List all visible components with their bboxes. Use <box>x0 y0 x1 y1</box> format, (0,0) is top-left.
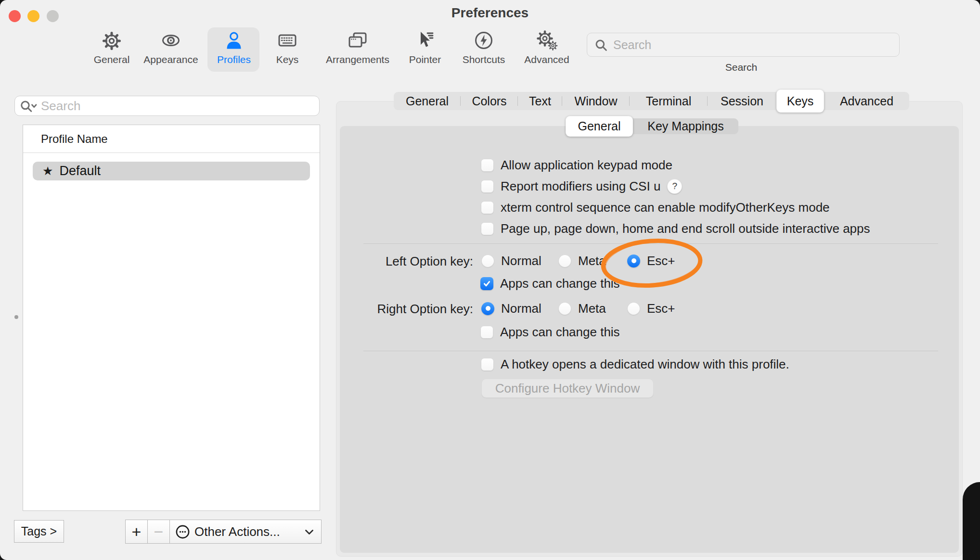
radio-left-meta: Meta <box>558 252 606 269</box>
checkbox-page-scroll[interactable] <box>481 222 494 235</box>
checkbox-row-modifyotherkeys: xterm control sequence can enable modify… <box>481 199 830 216</box>
checkbox-row-csi-u: Report modifiers using CSI u ? <box>481 178 682 195</box>
toolbar-item-label: Keys <box>276 54 299 65</box>
search-icon <box>595 39 607 51</box>
default-star-icon: ★ <box>42 165 53 177</box>
radio-button[interactable] <box>481 302 494 315</box>
other-actions-dropdown[interactable]: Other Actions... <box>169 520 322 544</box>
tags-button[interactable]: Tags > <box>14 520 64 543</box>
checkbox-keypad-mode[interactable] <box>481 159 494 172</box>
ellipsis-circle-icon <box>175 524 190 539</box>
column-header-profile-name: Profile Name <box>41 132 108 146</box>
keyboard-icon <box>275 28 300 53</box>
toolbar-item-label: Pointer <box>409 54 441 65</box>
radio-left-esc: Esc+ <box>627 252 675 269</box>
checkbox-csi-u[interactable] <box>481 180 494 193</box>
subtab-general[interactable]: General <box>566 116 633 137</box>
toolbar-item-label: Advanced <box>524 54 569 65</box>
radio-button[interactable] <box>627 255 640 267</box>
other-actions-label: Other Actions... <box>194 524 280 539</box>
person-icon <box>221 28 246 53</box>
toolbar-item-label: Arrangements <box>326 54 389 65</box>
window-edge-dot <box>14 315 18 319</box>
profile-list: Profile Name ★ Default <box>23 125 320 511</box>
checkbox-label: Apps can change this <box>500 325 620 340</box>
radio-label: Esc+ <box>647 254 675 268</box>
remove-profile-button[interactable]: − <box>147 520 170 544</box>
keys-subtab-bar: General Key Mappings <box>566 118 738 134</box>
help-button[interactable]: ? <box>667 179 682 194</box>
cursor-icon <box>413 28 438 53</box>
radio-label: Meta <box>578 301 606 316</box>
radio-button[interactable] <box>558 255 571 267</box>
checkbox-row-left-apps-change: Apps can change this <box>480 275 620 292</box>
toolbar-item-label: General <box>94 54 130 65</box>
gear-icon <box>99 28 124 53</box>
tab-keys[interactable]: Keys <box>776 89 824 113</box>
radio-button[interactable] <box>558 302 571 315</box>
checkbox-label: xterm control sequence can enable modify… <box>501 200 830 215</box>
radio-label: Meta <box>578 254 606 268</box>
profile-search-field[interactable] <box>14 96 320 116</box>
profile-search-input[interactable] <box>40 97 311 115</box>
divider <box>363 351 938 351</box>
profile-name: Default <box>59 164 101 178</box>
checkbox-label: A hotkey opens a dedicated window with t… <box>501 357 789 372</box>
tab-general[interactable]: General <box>394 92 461 110</box>
bolt-icon <box>471 28 496 53</box>
checkbox-label: Apps can change this <box>500 276 620 291</box>
toolbar-search-field[interactable] <box>587 33 900 57</box>
eye-icon <box>158 28 183 53</box>
left-option-key-label: Left Option key: <box>337 254 473 269</box>
radio-right-meta: Meta <box>558 300 606 317</box>
divider <box>363 243 938 244</box>
check-icon <box>482 279 492 289</box>
tab-session[interactable]: Session <box>708 92 776 110</box>
search-menu-icon <box>19 100 39 113</box>
radio-left-normal: Normal <box>481 252 542 269</box>
tab-advanced[interactable]: Advanced <box>824 92 909 110</box>
toolbar-item-label: Shortcuts <box>463 54 505 65</box>
radio-button[interactable] <box>481 255 494 267</box>
window-title: Preferences <box>0 5 980 21</box>
background-window-corner <box>963 482 980 560</box>
tab-terminal[interactable]: Terminal <box>630 92 708 110</box>
windows-icon <box>345 28 370 53</box>
radio-right-esc: Esc+ <box>627 300 675 317</box>
configure-hotkey-window-button[interactable]: Configure Hotkey Window <box>481 379 654 398</box>
tab-window[interactable]: Window <box>562 92 630 110</box>
toolbar-item-advanced[interactable]: Advanced <box>503 28 590 72</box>
toolbar-item-label: Appearance <box>143 54 198 65</box>
radio-right-normal: Normal <box>481 300 542 317</box>
right-option-key-label: Right Option key: <box>337 302 473 317</box>
profile-tab-bar: General Colors Text Window Terminal Sess… <box>394 92 909 110</box>
tab-text[interactable]: Text <box>518 92 562 110</box>
toolbar-search-caption: Search <box>669 62 813 73</box>
toolbar-search-input[interactable] <box>612 35 893 55</box>
radio-label: Normal <box>501 301 542 316</box>
checkbox-label: Report modifiers using CSI u <box>501 179 660 194</box>
checkbox-label: Page up, page down, home and end scroll … <box>501 221 870 236</box>
radio-label: Normal <box>501 254 542 268</box>
profile-row-default[interactable]: ★ Default <box>33 162 310 180</box>
add-profile-button[interactable]: + <box>125 520 148 544</box>
checkbox-row-keypad: Allow application keypad mode <box>481 156 672 174</box>
checkbox-label: Allow application keypad mode <box>501 158 672 173</box>
radio-label: Esc+ <box>647 301 675 316</box>
checkbox-hotkey-window[interactable] <box>481 358 494 371</box>
checkbox-row-hotkey: A hotkey opens a dedicated window with t… <box>481 356 789 373</box>
chevron-down-icon <box>305 530 313 535</box>
checkbox-row-right-apps-change: Apps can change this <box>480 323 620 341</box>
gears-icon <box>534 28 559 53</box>
radio-button[interactable] <box>627 302 640 315</box>
checkbox-right-apps-change[interactable] <box>480 326 493 339</box>
checkbox-row-page-scroll: Page up, page down, home and end scroll … <box>481 220 870 237</box>
checkbox-modifyotherkeys[interactable] <box>481 201 494 214</box>
profile-list-header: Profile Name <box>23 125 320 153</box>
checkbox-left-apps-change[interactable] <box>480 277 493 290</box>
preferences-window: Preferences General Appearance Profiles <box>0 0 980 560</box>
subtab-key-mappings[interactable]: Key Mappings <box>633 118 738 134</box>
tab-colors[interactable]: Colors <box>461 92 518 110</box>
